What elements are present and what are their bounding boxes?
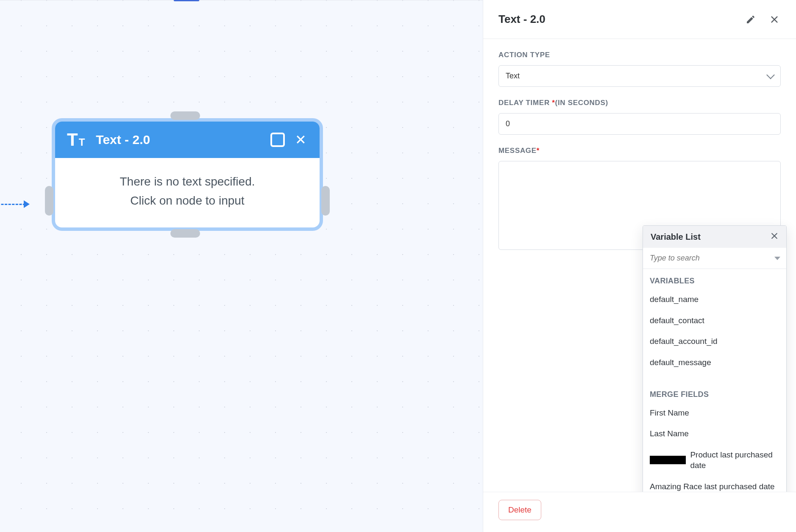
inspector-header: Text - 2.0: [483, 0, 796, 39]
inspector-footer: Delete: [483, 492, 796, 532]
node-body-line2: Click on node to input: [68, 191, 307, 211]
action-type-select[interactable]: Text: [498, 65, 781, 87]
active-tab-indicator: [174, 0, 199, 1]
delete-button[interactable]: Delete: [498, 500, 541, 520]
variables-section-header: VARIABLES: [650, 277, 779, 285]
node-body[interactable]: There is no text specified. Click on nod…: [55, 158, 320, 227]
chevron-down-icon: [766, 71, 775, 79]
node-body-line1: There is no text specified.: [68, 172, 307, 191]
node-header[interactable]: TT Text - 2.0 ✕: [55, 122, 320, 158]
canvas-dot-grid: [0, 0, 483, 532]
node-port-left[interactable]: [45, 186, 53, 216]
dropdown-caret-icon[interactable]: [774, 257, 780, 260]
variable-item[interactable]: default_name: [650, 289, 779, 310]
merge-fields-section-header: MERGE FIELDS: [650, 390, 779, 399]
node-port-top[interactable]: [170, 111, 200, 120]
variable-item[interactable]: default_contact: [650, 310, 779, 331]
delay-timer-field: DELAY TIMER *(IN SECONDS): [498, 99, 781, 135]
variable-item[interactable]: default_message: [650, 352, 779, 373]
variable-search-input[interactable]: [649, 251, 771, 265]
text-type-icon: TT: [67, 131, 85, 149]
variable-list-body[interactable]: VARIABLES default_name default_contact d…: [643, 269, 786, 492]
merge-field-item[interactable]: Product last purchased date: [650, 444, 779, 476]
text-node[interactable]: TT Text - 2.0 ✕ There is no text specifi…: [52, 118, 323, 231]
action-type-label: ACTION TYPE: [498, 51, 781, 59]
close-panel-icon[interactable]: [768, 13, 781, 26]
variable-list-popover: Variable List VARIABLES default_name def…: [643, 225, 787, 492]
message-label: MESSAGE*: [498, 147, 781, 155]
flow-canvas[interactable]: TT Text - 2.0 ✕ There is no text specifi…: [0, 0, 483, 532]
node-port-bottom[interactable]: [170, 229, 200, 238]
edit-icon[interactable]: [744, 13, 757, 26]
node-title: Text - 2.0: [96, 133, 262, 147]
variable-list-title: Variable List: [651, 232, 770, 242]
node-port-right[interactable]: [321, 186, 330, 216]
inspector-panel: Text - 2.0 ACTION TYPE Text DELAY TIMER …: [483, 0, 796, 532]
merge-field-item[interactable]: Last Name: [650, 423, 779, 444]
delay-timer-input[interactable]: [498, 113, 781, 135]
merge-field-item[interactable]: Amazing Race last purchased date: [650, 476, 779, 492]
action-type-field: ACTION TYPE Text: [498, 51, 781, 87]
delay-timer-label: DELAY TIMER *(IN SECONDS): [498, 99, 781, 107]
inspector-title: Text - 2.0: [498, 13, 733, 26]
redacted-text: [650, 456, 686, 464]
variable-list-close-icon[interactable]: [770, 232, 779, 242]
action-type-value: Text: [506, 72, 520, 80]
close-node-icon[interactable]: ✕: [293, 133, 308, 147]
merge-field-item[interactable]: First Name: [650, 402, 779, 424]
variable-item[interactable]: default_account_id: [650, 331, 779, 352]
incoming-connector: [0, 202, 36, 205]
expand-icon[interactable]: [270, 133, 285, 147]
